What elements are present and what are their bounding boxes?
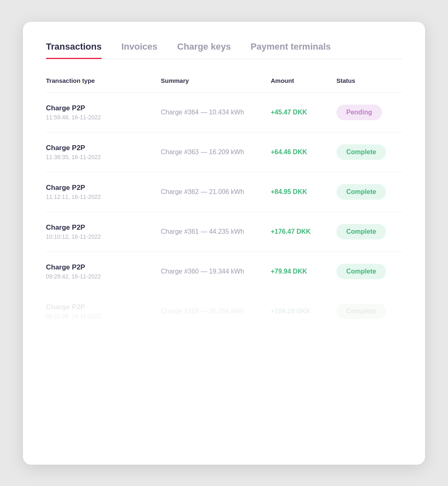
transaction-type-cell: Charge P2P11:12:11, 16-11-2022 xyxy=(46,184,161,200)
transaction-type-label: Charge P2P xyxy=(46,303,161,311)
transaction-amount: +176.47 DKK xyxy=(271,228,336,235)
tab-navigation: TransactionsInvoicesCharge keysPayment t… xyxy=(46,41,402,59)
transaction-type-cell: Charge P2P08:21:26, 16-11-2022 xyxy=(46,303,161,319)
transaction-type-cell: Charge P2P09:29:42, 16-11-2022 xyxy=(46,263,161,280)
transaction-summary: Charge #360 — 19.344 kWh xyxy=(161,268,271,275)
transaction-amount: +84.95 DKK xyxy=(271,188,336,196)
table-row[interactable]: Charge P2P09:29:42, 16-11-2022Charge #36… xyxy=(46,251,402,291)
transaction-time-label: 09:29:42, 16-11-2022 xyxy=(46,273,161,280)
status-badge: Complete xyxy=(336,264,386,279)
transaction-summary: Charge #359 — 26.256 kWh xyxy=(161,308,271,315)
transaction-time-label: 08:21:26, 16-11-2022 xyxy=(46,313,161,319)
status-badge: Complete xyxy=(336,144,386,160)
transactions-table: Transaction typeSummaryAmountStatus Char… xyxy=(46,72,402,331)
header-type: Transaction type xyxy=(46,77,161,84)
tab-payment-terminals[interactable]: Payment terminals xyxy=(251,41,331,59)
tab-charge-keys[interactable]: Charge keys xyxy=(177,41,231,59)
transaction-type-cell: Charge P2P11:59:48, 16-11-2022 xyxy=(46,104,161,121)
transaction-type-label: Charge P2P xyxy=(46,224,161,232)
transaction-status-cell: Complete xyxy=(336,264,402,279)
status-badge: Complete xyxy=(336,303,386,319)
table-row[interactable]: Charge P2P08:21:26, 16-11-2022Charge #35… xyxy=(46,291,402,331)
transaction-type-label: Charge P2P xyxy=(46,104,161,112)
header-status: Status xyxy=(336,77,402,84)
status-badge: Complete xyxy=(336,224,386,240)
status-badge: Complete xyxy=(336,184,386,200)
transaction-status-cell: Complete xyxy=(336,144,402,160)
table-body: Charge P2P11:59:48, 16-11-2022Charge #36… xyxy=(46,92,402,331)
transaction-status-cell: Complete xyxy=(336,224,402,240)
transaction-status-cell: Complete xyxy=(336,184,402,200)
transaction-amount: +64.46 DKK xyxy=(271,148,336,156)
transaction-type-label: Charge P2P xyxy=(46,184,161,192)
transaction-time-label: 11:38:35, 16-11-2022 xyxy=(46,154,161,160)
status-badge: Pending xyxy=(336,105,382,120)
transaction-type-cell: Charge P2P11:38:35, 16-11-2022 xyxy=(46,144,161,160)
header-amount: Amount xyxy=(271,77,336,84)
table-row[interactable]: Charge P2P11:38:35, 16-11-2022Charge #36… xyxy=(46,132,402,172)
table-row[interactable]: Charge P2P11:12:11, 16-11-2022Charge #36… xyxy=(46,172,402,212)
transaction-amount: +104.29 DKK xyxy=(271,308,336,315)
main-card: TransactionsInvoicesCharge keysPayment t… xyxy=(23,22,425,465)
tab-transactions[interactable]: Transactions xyxy=(46,41,102,59)
transaction-time-label: 10:10:12, 16-11-2022 xyxy=(46,233,161,240)
transaction-amount: +45.47 DKK xyxy=(271,109,336,116)
transaction-status-cell: Complete xyxy=(336,303,402,319)
transaction-type-label: Charge P2P xyxy=(46,144,161,152)
transaction-time-label: 11:12:11, 16-11-2022 xyxy=(46,194,161,200)
transaction-summary: Charge #361 — 44.235 kWh xyxy=(161,228,271,235)
transaction-status-cell: Pending xyxy=(336,105,402,120)
table-header: Transaction typeSummaryAmountStatus xyxy=(46,72,402,89)
transaction-type-cell: Charge P2P10:10:12, 16-11-2022 xyxy=(46,224,161,240)
transaction-summary: Charge #363 — 16.209 kWh xyxy=(161,148,271,156)
header-summary: Summary xyxy=(161,77,271,84)
table-row[interactable]: Charge P2P10:10:12, 16-11-2022Charge #36… xyxy=(46,212,402,251)
transaction-summary: Charge #362 — 21.006 kWh xyxy=(161,188,271,196)
transaction-type-label: Charge P2P xyxy=(46,263,161,272)
tab-invoices[interactable]: Invoices xyxy=(121,41,158,59)
transaction-summary: Charge #364 — 10.434 kWh xyxy=(161,109,271,116)
transaction-amount: +79.94 DKK xyxy=(271,268,336,275)
table-row[interactable]: Charge P2P11:59:48, 16-11-2022Charge #36… xyxy=(46,92,402,132)
transaction-time-label: 11:59:48, 16-11-2022 xyxy=(46,114,161,121)
